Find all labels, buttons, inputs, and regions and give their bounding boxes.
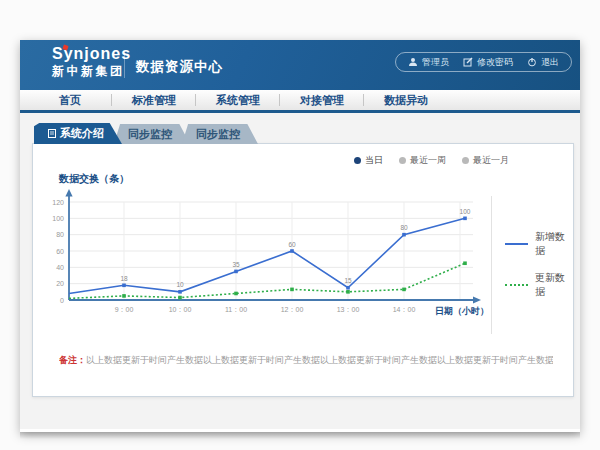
page: Synjones 新中新集团 数据资源中心 管理员 xyxy=(0,0,600,450)
user-icon xyxy=(408,57,418,67)
legend-item-updated-data: 更新数据 xyxy=(505,271,573,299)
main-nav: 首页 标准管理 系统管理 对接管理 数据异动 xyxy=(20,90,580,113)
brand-logo-subtext: 新中新集团 xyxy=(52,65,131,78)
window-shadow xyxy=(20,432,580,439)
app-window: Synjones 新中新集团 数据资源中心 管理员 xyxy=(20,40,580,432)
footnote: 备注：以上数据更新于时间产生数据以上数据更新于时间产生数据以上数据更新于时间产生… xyxy=(59,354,553,367)
nav-item-data-change[interactable]: 数据异动 xyxy=(364,90,448,110)
app-title: 数据资源中心 xyxy=(136,58,223,76)
footnote-prefix: 备注： xyxy=(59,355,86,365)
app-header: Synjones 新中新集团 数据资源中心 管理员 xyxy=(20,40,580,90)
legend-item-new-data: 新增数据 xyxy=(505,230,573,258)
svg-text:80: 80 xyxy=(400,224,408,231)
svg-text:15: 15 xyxy=(344,277,352,284)
svg-text:0: 0 xyxy=(60,297,64,304)
chart-legend: 新增数据 更新数据 xyxy=(505,230,573,299)
svg-text:60: 60 xyxy=(288,241,296,248)
brand-logo-text: Synjones xyxy=(52,46,131,63)
current-user-button[interactable]: 管理员 xyxy=(408,56,449,69)
tab-system-intro[interactable]: 系统介绍 xyxy=(34,123,122,144)
svg-text:14：00: 14：00 xyxy=(393,306,416,313)
logout-button[interactable]: 退出 xyxy=(527,56,559,69)
user-toolbar: 管理员 修改密码 退出 xyxy=(395,52,572,72)
brand-logo: Synjones 新中新集团 xyxy=(52,46,131,77)
radio-label: 最近一月 xyxy=(473,154,509,167)
line-chart: 0204060801001209：0010：0011：0012：0013：001… xyxy=(37,188,497,332)
tab-bar: 系统介绍 同步监控 同步监控 xyxy=(34,123,258,144)
svg-text:40: 40 xyxy=(56,264,64,271)
power-icon xyxy=(527,57,537,67)
svg-text:18: 18 xyxy=(120,275,128,282)
radio-dot-icon xyxy=(462,157,469,164)
legend-label: 更新数据 xyxy=(535,271,573,299)
header-divider xyxy=(124,52,125,78)
radio-dot-icon xyxy=(354,157,361,164)
radio-last-week[interactable]: 最近一周 xyxy=(399,154,446,167)
footnote-text: 以上数据更新于时间产生数据以上数据更新于时间产生数据以上数据更新于时间产生数据以… xyxy=(86,355,553,365)
svg-text:9：00: 9：00 xyxy=(115,306,134,313)
svg-text:11：00: 11：00 xyxy=(225,306,247,313)
svg-text:20: 20 xyxy=(56,280,64,287)
nav-item-system[interactable]: 系统管理 xyxy=(196,90,280,110)
legend-line-sample xyxy=(505,243,528,245)
chart-panel: 当日 最近一周 最近一月 数据交换（条） 0204060801001209：00… xyxy=(32,143,574,397)
legend-divider xyxy=(491,196,492,334)
svg-text:13：00: 13：00 xyxy=(337,306,360,313)
tab-label: 系统介绍 xyxy=(60,126,104,141)
time-range-radios: 当日 最近一周 最近一月 xyxy=(354,154,509,167)
change-password-button[interactable]: 修改密码 xyxy=(463,56,513,69)
document-icon xyxy=(48,129,56,138)
svg-text:100: 100 xyxy=(52,215,64,222)
nav-item-standards[interactable]: 标准管理 xyxy=(112,90,196,110)
svg-text:80: 80 xyxy=(56,231,64,238)
svg-text:35: 35 xyxy=(232,261,240,268)
radio-label: 当日 xyxy=(365,154,383,167)
legend-line-sample xyxy=(505,284,528,286)
tab-label: 同步监控 xyxy=(196,127,240,142)
svg-text:10：00: 10：00 xyxy=(169,306,192,313)
svg-text:12：00: 12：00 xyxy=(281,306,304,313)
svg-text:10: 10 xyxy=(176,281,184,288)
tab-sync-monitor-1[interactable]: 同步监控 xyxy=(114,124,190,144)
content-area: 系统介绍 同步监控 同步监控 当日 最近一周 xyxy=(20,113,580,429)
y-axis-title: 数据交换（条） xyxy=(59,172,129,186)
legend-label: 新增数据 xyxy=(535,230,573,258)
svg-text:100: 100 xyxy=(460,208,471,215)
svg-text:120: 120 xyxy=(52,199,64,206)
tab-label: 同步监控 xyxy=(128,127,172,142)
svg-text:60: 60 xyxy=(56,248,64,255)
radio-today[interactable]: 当日 xyxy=(354,154,383,167)
tab-sync-monitor-2[interactable]: 同步监控 xyxy=(182,124,258,144)
edit-icon xyxy=(463,57,473,67)
svg-text:日期（小时）: 日期（小时） xyxy=(435,306,489,316)
radio-dot-icon xyxy=(399,157,406,164)
radio-label: 最近一周 xyxy=(410,154,446,167)
nav-item-home[interactable]: 首页 xyxy=(28,90,112,110)
radio-last-month[interactable]: 最近一月 xyxy=(462,154,509,167)
current-user-label: 管理员 xyxy=(422,56,449,69)
change-password-label: 修改密码 xyxy=(477,56,513,69)
logout-label: 退出 xyxy=(541,56,559,69)
nav-item-interface[interactable]: 对接管理 xyxy=(280,90,364,110)
